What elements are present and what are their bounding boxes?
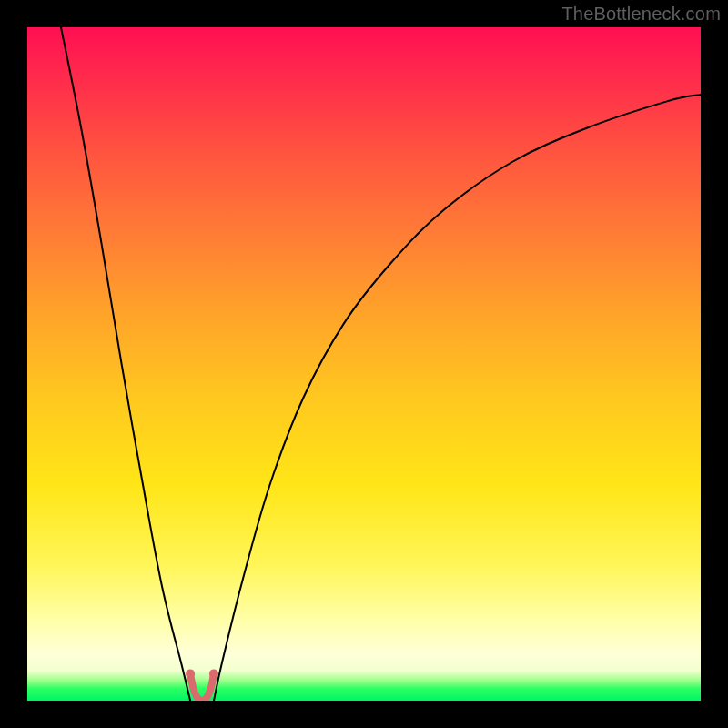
curve-left-branch [61, 27, 190, 701]
chart-frame: TheBottleneck.com [0, 0, 728, 728]
watermark-text: TheBottleneck.com [561, 4, 721, 25]
svg-point-1 [209, 669, 218, 678]
u-marker [186, 669, 218, 701]
svg-point-0 [186, 669, 195, 678]
plot-area [27, 27, 701, 701]
curve-right-branch [214, 95, 701, 701]
chart-svg [27, 27, 701, 701]
